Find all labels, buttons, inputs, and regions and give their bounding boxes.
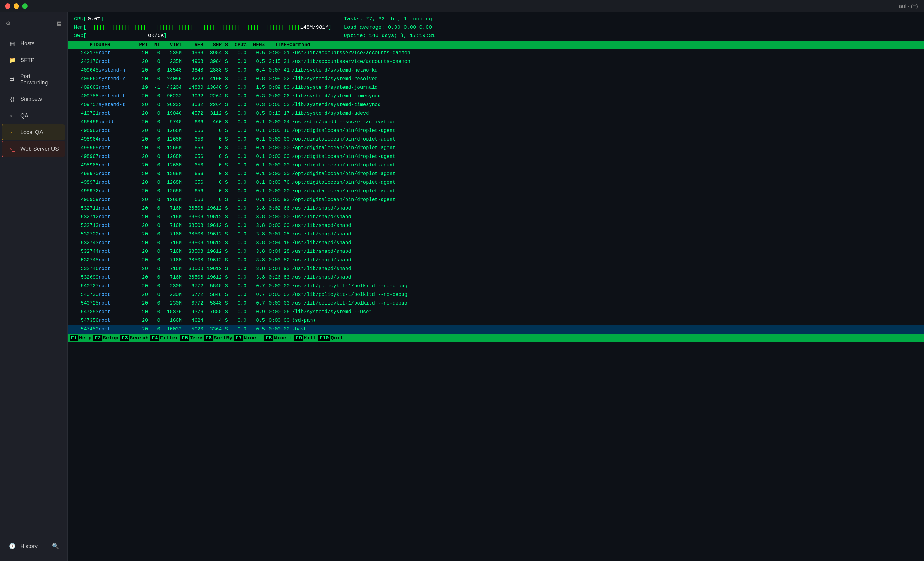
table-row[interactable]: 409663 root 19 -1 43204 14880 13648 S 0.… bbox=[68, 83, 924, 92]
table-row[interactable]: 532713 root 20 0 716M 38508 19612 S 0.0 … bbox=[68, 221, 924, 230]
bottom-key-f7[interactable]: F7Nice - bbox=[232, 335, 263, 341]
qa-icon: >_ bbox=[9, 112, 16, 119]
table-row[interactable]: 532699 root 20 0 716M 38508 19612 S 0.0 … bbox=[68, 273, 924, 282]
sidebar-item-label-local-qa: Local QA bbox=[20, 129, 43, 135]
table-row[interactable]: 409645 systemd-n 20 0 18548 3848 2888 S … bbox=[68, 66, 924, 75]
sidebar-item-label-qa: QA bbox=[20, 113, 28, 119]
maximize-button[interactable] bbox=[22, 3, 28, 9]
table-row[interactable]: 409660 systemd-r 20 0 24056 8228 4100 S … bbox=[68, 75, 924, 83]
col-time: TIME+ bbox=[265, 42, 290, 48]
col-shr: SHR bbox=[203, 42, 222, 48]
sidebar-item-sftp[interactable]: 📁 SFTP bbox=[3, 52, 65, 68]
col-virt: VIRT bbox=[160, 42, 182, 48]
terminal-content: CPU[0.0%] Mem[||||||||||||||||||||||||||… bbox=[68, 12, 924, 561]
sidebar-item-qa[interactable]: >_ QA bbox=[3, 108, 65, 123]
table-row[interactable]: 410721 root 20 0 19040 4572 3112 S 0.0 0… bbox=[68, 109, 924, 118]
table-row[interactable]: 498967 root 20 0 1268M 656 0 S 0.0 0.1 0… bbox=[68, 152, 924, 161]
close-button[interactable] bbox=[5, 3, 10, 9]
table-row[interactable]: 498970 root 20 0 1268M 656 0 S 0.0 0.1 0… bbox=[68, 170, 924, 178]
tasks-label: Tasks: 27, 32 thr; 1 running bbox=[344, 15, 435, 23]
table-row[interactable]: 498971 root 20 0 1268M 656 0 S 0.0 0.1 0… bbox=[68, 178, 924, 187]
snippets-icon: {} bbox=[9, 95, 16, 103]
process-table-header: PID USER PRI NI VIRT RES SHR S CPU% MEM%… bbox=[68, 41, 924, 49]
gear-icon[interactable]: ⚙ bbox=[6, 19, 10, 27]
port-forwarding-icon: ⇄ bbox=[9, 76, 16, 83]
web-server-icon: >_ bbox=[9, 145, 16, 153]
sidebar-item-hosts[interactable]: ▦ Hosts bbox=[3, 35, 65, 51]
sidebar-item-port-forwarding[interactable]: ⇄ Port Forwarding bbox=[3, 69, 65, 90]
main-content: CPU[0.0%] Mem[||||||||||||||||||||||||||… bbox=[68, 0, 924, 561]
local-qa-icon: >_ bbox=[9, 129, 16, 136]
sidebar-nav: ▦ Hosts 📁 SFTP ⇄ Port Forwarding {} Snip… bbox=[0, 34, 68, 159]
sidebar-item-label-history: History bbox=[20, 543, 38, 550]
cpu-line: CPU[0.0%] bbox=[74, 15, 332, 23]
history-icon: 🕐 bbox=[9, 543, 16, 550]
uptime-label: Uptime: 146 days(!), 17:19:31 bbox=[344, 32, 435, 40]
bottom-key-f2[interactable]: F2Setup bbox=[92, 335, 118, 341]
col-s: S bbox=[222, 42, 228, 48]
bottom-key-f6[interactable]: F6SortBy bbox=[202, 335, 232, 341]
bottom-key-f5[interactable]: F5Tree bbox=[178, 335, 202, 341]
sftp-icon: 📁 bbox=[9, 56, 16, 64]
table-row[interactable]: 532711 root 20 0 716M 38508 19612 S 0.0 … bbox=[68, 204, 924, 213]
sidebar-item-local-qa[interactable]: >_ Local QA bbox=[2, 124, 65, 140]
table-row[interactable]: 547353 root 20 0 18376 9376 7888 S 0.0 0… bbox=[68, 308, 924, 316]
table-row[interactable]: 532712 root 20 0 716M 38508 19612 S 0.0 … bbox=[68, 213, 924, 221]
table-row[interactable]: 488486 uuidd 20 0 9748 636 460 S 0.0 0.1… bbox=[68, 118, 924, 126]
table-row[interactable]: 242179 root 20 0 235M 4968 3984 S 0.0 0.… bbox=[68, 49, 924, 57]
hosts-icon: ▦ bbox=[9, 40, 16, 47]
col-user: USER bbox=[99, 42, 129, 48]
sidebar-item-label-hosts: Hosts bbox=[20, 41, 34, 47]
table-row[interactable]: 532744 root 20 0 716M 38508 19612 S 0.0 … bbox=[68, 247, 924, 256]
history-search-icon[interactable]: 🔍 bbox=[52, 543, 59, 550]
col-pid: PID bbox=[74, 42, 99, 48]
table-row[interactable]: 242176 root 20 0 235M 4968 3984 S 0.0 0.… bbox=[68, 57, 924, 66]
table-row[interactable]: 498968 root 20 0 1268M 656 0 S 0.0 0.1 0… bbox=[68, 161, 924, 170]
sidebar-item-history[interactable]: 🕐 History 🔍 bbox=[3, 538, 65, 554]
col-cpu: CPU% bbox=[228, 42, 246, 48]
table-row[interactable]: 532743 root 20 0 716M 38508 19612 S 0.0 … bbox=[68, 239, 924, 247]
bottom-key-f1[interactable]: F1Help bbox=[68, 335, 92, 341]
terminal-icon[interactable]: ▤ bbox=[57, 19, 61, 27]
sidebar-item-web-server-us[interactable]: >_ Web Server US bbox=[2, 141, 65, 157]
sidebar-item-label-sftp: SFTP bbox=[20, 57, 34, 63]
table-row[interactable]: 498964 root 20 0 1268M 656 0 S 0.0 0.1 0… bbox=[68, 135, 924, 144]
table-row[interactable]: 409758 systemd-t 20 0 90232 3032 2264 S … bbox=[68, 92, 924, 101]
bottom-key-f10[interactable]: F10Quit bbox=[316, 335, 343, 341]
col-mem: MEM% bbox=[246, 42, 265, 48]
col-res: RES bbox=[182, 42, 203, 48]
table-row[interactable]: 547356 root 20 0 166M 4624 4 S 0.0 0.5 0… bbox=[68, 316, 924, 325]
table-row[interactable]: 547450 root 20 0 10032 5020 3364 S 0.0 0… bbox=[68, 325, 924, 334]
table-row[interactable]: 498972 root 20 0 1268M 656 0 S 0.0 0.1 0… bbox=[68, 187, 924, 196]
table-row[interactable]: 409757 systemd-t 20 0 90232 3032 2264 S … bbox=[68, 101, 924, 109]
table-row[interactable]: 540727 root 20 0 230M 6772 5848 S 0.0 0.… bbox=[68, 282, 924, 290]
table-row[interactable]: 540725 root 20 0 230M 6772 5848 S 0.0 0.… bbox=[68, 299, 924, 308]
traffic-lights bbox=[5, 3, 28, 9]
titlebar-label: aul · (≡) bbox=[899, 3, 918, 9]
bottom-key-f4[interactable]: F4Filter bbox=[148, 335, 178, 341]
sidebar-item-snippets[interactable]: {} Snippets bbox=[3, 91, 65, 107]
sidebar-bottom: 🕐 History 🔍 bbox=[0, 538, 68, 561]
sidebar-item-label-web-server-us: Web Server US bbox=[20, 146, 59, 152]
bottom-bar: F1HelpF2SetupF3SearchF4FilterF5TreeF6Sor… bbox=[68, 334, 924, 343]
table-row[interactable]: 532745 root 20 0 716M 38508 19612 S 0.0 … bbox=[68, 256, 924, 265]
bottom-key-f9[interactable]: F9Kill bbox=[292, 335, 316, 341]
mem-line: Mem[||||||||||||||||||||||||||||||||||||… bbox=[74, 23, 332, 32]
minimize-button[interactable] bbox=[14, 3, 19, 9]
table-row[interactable]: 532746 root 20 0 716M 38508 19612 S 0.0 … bbox=[68, 265, 924, 273]
table-row[interactable]: 532722 root 20 0 716M 38508 19612 S 0.0 … bbox=[68, 230, 924, 239]
table-row[interactable]: 498965 root 20 0 1268M 656 0 S 0.0 0.1 0… bbox=[68, 144, 924, 152]
swp-line: Swp[0K/0K] bbox=[74, 32, 332, 40]
table-row[interactable]: 498963 root 20 0 1268M 656 0 S 0.0 0.1 0… bbox=[68, 126, 924, 135]
bottom-key-f3[interactable]: F3Search bbox=[118, 335, 149, 341]
col-ni: NI bbox=[148, 42, 160, 48]
col-pri: PRI bbox=[129, 42, 148, 48]
sidebar-item-label-snippets: Snippets bbox=[20, 96, 42, 102]
sidebar-item-label-port-forwarding: Port Forwarding bbox=[20, 73, 59, 86]
titlebar: aul · (≡) bbox=[0, 0, 924, 12]
bottom-key-f8[interactable]: F8Nice + bbox=[262, 335, 292, 341]
sidebar-top-icons: ⚙ ▤ bbox=[0, 15, 68, 34]
table-row[interactable]: 540730 root 20 0 230M 6772 5848 S 0.0 0.… bbox=[68, 290, 924, 299]
process-table-body: 242179 root 20 0 235M 4968 3984 S 0.0 0.… bbox=[68, 49, 924, 334]
table-row[interactable]: 498959 root 20 0 1268M 656 0 S 0.0 0.1 0… bbox=[68, 196, 924, 204]
